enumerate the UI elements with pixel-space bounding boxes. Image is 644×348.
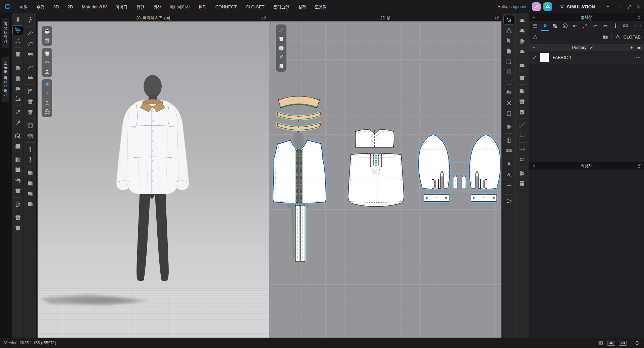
menu-item[interactable]: 파일 bbox=[15, 4, 32, 10]
strip-infoicon-icon[interactable] bbox=[276, 44, 286, 52]
tool-machine2-icon[interactable] bbox=[517, 25, 528, 35]
tool-shirring-icon[interactable] bbox=[517, 155, 528, 164]
tool-gradeperson-icon[interactable] bbox=[503, 196, 514, 206]
tool-pin-icon[interactable] bbox=[12, 107, 23, 117]
tool-swatch-icon[interactable] bbox=[25, 179, 36, 188]
object-window-header[interactable]: 물체창 bbox=[529, 13, 644, 21]
tool-clone-icon[interactable] bbox=[503, 88, 514, 97]
strip-fabric-blue-icon[interactable] bbox=[42, 80, 52, 89]
strip-cube-icon[interactable] bbox=[42, 27, 52, 36]
tool-tshirt-icon[interactable] bbox=[12, 186, 23, 196]
magic-wand-app-icon[interactable] bbox=[532, 2, 541, 11]
tool-pattern-icon[interactable] bbox=[503, 46, 514, 56]
tool-fabric-icon[interactable] bbox=[541, 21, 549, 31]
clofab-brand-label[interactable]: CLOFAB bbox=[624, 34, 641, 40]
tool-zipper-pull-icon[interactable] bbox=[25, 155, 36, 164]
menu-item[interactable]: 설정 bbox=[293, 4, 310, 10]
tool-marquee-icon[interactable] bbox=[503, 77, 514, 87]
tool-tshirt-icon[interactable] bbox=[517, 73, 528, 83]
tool-hook-icon[interactable] bbox=[25, 63, 36, 72]
menu-item[interactable]: Materials/UV bbox=[77, 4, 111, 9]
tool-textA2-icon[interactable]: A bbox=[503, 169, 514, 179]
tool-transform-icon[interactable] bbox=[503, 25, 514, 35]
tool-tex1-icon[interactable] bbox=[517, 107, 528, 117]
menu-item[interactable]: 수정 bbox=[32, 4, 49, 10]
tool-list-icon[interactable] bbox=[531, 21, 539, 31]
property-window-header[interactable]: 속성창 bbox=[529, 162, 644, 169]
strip-scissors-icon[interactable] bbox=[42, 58, 52, 67]
strip-avatar-orange-icon[interactable] bbox=[42, 98, 52, 107]
username-link[interactable]: crkginew bbox=[509, 4, 526, 9]
viewport-2d-canvas[interactable] bbox=[269, 21, 501, 338]
tool-tex1-icon[interactable] bbox=[12, 213, 23, 222]
pattern-sleeve-placket-2[interactable] bbox=[462, 175, 466, 189]
tool-wave-icon[interactable] bbox=[25, 73, 36, 83]
menu-item[interactable]: 2D bbox=[63, 4, 77, 9]
tool-crosspin-icon[interactable] bbox=[503, 98, 514, 108]
tool-move-icon[interactable] bbox=[12, 25, 23, 35]
close-icon[interactable] bbox=[636, 5, 641, 9]
pattern-sleeve-placket-1[interactable] bbox=[453, 175, 457, 189]
tool-zipper-icon[interactable] bbox=[611, 21, 620, 31]
pattern-sleeve-left[interactable] bbox=[418, 135, 449, 189]
tool-machine-icon[interactable] bbox=[517, 15, 528, 25]
tab-history-window[interactable]: 작업내역창 bbox=[2, 18, 9, 48]
menu-item[interactable]: 도움말 bbox=[310, 4, 331, 10]
scroll-right-icon[interactable] bbox=[638, 24, 642, 28]
fabric-options-icon[interactable] bbox=[636, 55, 641, 60]
tool-trace-icon[interactable] bbox=[503, 109, 514, 118]
badge-3d-view[interactable]: 3D bbox=[607, 341, 615, 346]
expand-caret-icon[interactable] bbox=[532, 46, 536, 50]
tool-lasso-icon[interactable] bbox=[12, 36, 23, 46]
tool-machine3-icon[interactable] bbox=[517, 36, 528, 46]
simulation-dropdown-caret[interactable] bbox=[606, 4, 609, 10]
undock-icon[interactable] bbox=[637, 15, 642, 19]
menu-item[interactable]: 원단 bbox=[132, 4, 149, 10]
tool-flatten-icon[interactable] bbox=[12, 131, 23, 141]
tool-patch-icon[interactable] bbox=[517, 168, 528, 178]
add-fabric-icon[interactable] bbox=[630, 46, 634, 50]
rename-pencil-icon[interactable] bbox=[589, 46, 593, 50]
tool-pinmark-icon[interactable] bbox=[571, 21, 579, 31]
undock-icon[interactable] bbox=[495, 15, 499, 20]
tool-pattern-outline-icon[interactable] bbox=[503, 57, 514, 66]
tool-wave-icon[interactable] bbox=[25, 49, 36, 59]
tool-button-icon[interactable] bbox=[561, 21, 569, 31]
tool-checker-icon[interactable] bbox=[551, 21, 559, 31]
viewport-2d-titlebar[interactable]: 2D 창 bbox=[269, 13, 501, 21]
tool-download-icon[interactable] bbox=[12, 15, 23, 25]
tool-roll-icon[interactable] bbox=[12, 176, 23, 185]
minimize-icon[interactable] bbox=[618, 5, 623, 9]
tool-comb-icon[interactable] bbox=[503, 146, 514, 155]
tool-editpts-icon[interactable] bbox=[503, 36, 514, 46]
pattern-front-bodice[interactable] bbox=[273, 140, 326, 203]
tool-pleat-icon[interactable] bbox=[503, 183, 514, 193]
tool-lacing-icon[interactable] bbox=[503, 67, 514, 77]
tool-measure-icon[interactable] bbox=[503, 135, 514, 145]
pattern-sleeve-right[interactable] bbox=[470, 135, 501, 189]
tool-drape-icon[interactable] bbox=[12, 49, 23, 59]
tool-swatch-icon[interactable] bbox=[517, 86, 528, 96]
tool-textA-icon[interactable]: A bbox=[503, 159, 514, 169]
strip-tshirt-icon[interactable] bbox=[276, 35, 286, 43]
clo-set-app-icon[interactable] bbox=[543, 2, 552, 11]
tool-tex1-icon[interactable] bbox=[517, 97, 528, 107]
badge-2d-view[interactable]: 2D bbox=[619, 341, 627, 346]
menu-item[interactable]: 3D bbox=[49, 4, 63, 9]
menu-item[interactable]: 플러그인 bbox=[269, 4, 294, 10]
menu-item[interactable]: 렌더 bbox=[194, 4, 211, 10]
tool-elastic-icon[interactable] bbox=[517, 144, 528, 154]
pattern-cuff-right[interactable] bbox=[471, 194, 497, 201]
menu-item[interactable]: CONNECT bbox=[211, 4, 241, 9]
pattern-placket-strips[interactable] bbox=[295, 205, 305, 261]
pattern-cuff-left[interactable] bbox=[424, 194, 449, 201]
tool-swatch-icon[interactable] bbox=[25, 189, 36, 199]
tool-select-icon[interactable] bbox=[503, 15, 514, 25]
tab-modular-library[interactable]: 모듈러 라이브러리 bbox=[2, 57, 9, 102]
tool-squiggle-icon[interactable] bbox=[591, 21, 599, 31]
strip-shirt-lock-icon[interactable] bbox=[276, 62, 286, 70]
strip-avatar-icon[interactable] bbox=[42, 67, 52, 76]
tool-lift-icon[interactable] bbox=[12, 199, 23, 209]
tool-flag-icon[interactable] bbox=[25, 86, 36, 96]
simulation-button[interactable]: SIMULATION bbox=[559, 4, 595, 9]
